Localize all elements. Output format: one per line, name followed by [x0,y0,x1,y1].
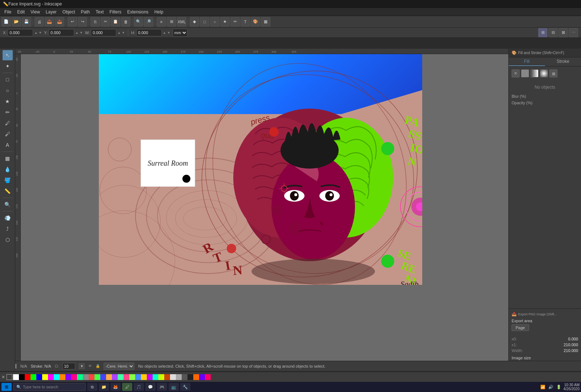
gradient-button[interactable]: ▦ [261,17,270,27]
teal-swatch[interactable] [77,374,83,380]
import-button[interactable]: 📥 [45,17,54,27]
menu-extensions[interactable]: Extensions [124,9,152,15]
sky-swatch[interactable] [135,374,141,380]
node-button[interactable]: ◆ [190,17,199,27]
snap-btn-4[interactable]: ⋯ [569,28,578,37]
shape-btn-linear[interactable] [530,69,538,77]
zoom-tool[interactable]: 🔍 [3,199,13,210]
app-task-4[interactable]: 📺 [169,383,179,391]
amber-swatch[interactable] [141,374,147,380]
cyan-swatch[interactable] [54,374,60,380]
w-input[interactable] [91,29,116,36]
circle-tool[interactable]: ○ [3,85,13,96]
circle-button[interactable]: ○ [210,17,219,27]
xml-button[interactable]: XML [177,17,186,27]
snap-btn-1[interactable]: ⊞ [538,28,548,37]
tray-battery[interactable]: 🔋 [556,385,562,389]
opacity-down[interactable]: ▼ [79,363,85,369]
brown-swatch[interactable] [164,374,170,380]
menu-filters[interactable]: Filters [106,9,124,15]
transform-button[interactable]: ⊞ [167,17,176,27]
calligraphy-tool[interactable]: 🖋 [3,129,13,139]
menu-text[interactable]: Text [93,9,106,15]
light-blue-swatch[interactable] [100,374,106,380]
star-button[interactable]: ★ [220,17,230,27]
file-explorer-task[interactable]: 📁 [99,383,109,391]
light-green-swatch[interactable] [94,374,100,380]
black-swatch[interactable] [19,374,25,380]
transparent-swatch[interactable] [7,374,12,380]
taskview-button[interactable]: ⧉ [87,383,97,391]
lock-icon[interactable]: 🔒 [96,364,100,368]
system-clock[interactable]: 10:30 AM 4/26/2020 [564,383,580,391]
copy-button[interactable]: ⎘ [90,17,100,27]
dropper-tool[interactable]: 💧 [3,164,13,174]
delete-button[interactable]: 🗑 [121,17,130,27]
w-up-arrow[interactable]: ▲ [117,31,121,35]
snap-btn-3[interactable]: ⊠ [558,28,568,37]
light-gray-swatch[interactable] [170,374,176,380]
app-task-2[interactable]: 💬 [145,383,156,391]
yellow-green-swatch[interactable] [158,374,164,380]
shape-btn-pattern[interactable]: ▦ [549,69,557,77]
export-button[interactable]: 📤 [55,17,64,27]
select-tool[interactable]: ↖ [3,50,13,60]
zoom-in-button[interactable]: 🔍 [134,17,143,27]
cut-button[interactable]: ✂ [101,17,110,27]
light-red-swatch[interactable] [89,374,94,380]
yellow-swatch[interactable] [42,374,48,380]
canvas-area[interactable]: Surreal Room [21,54,508,370]
paint-bucket[interactable]: 🪣 [3,175,13,185]
print-button[interactable]: 🖨 [35,17,44,27]
menu-layer[interactable]: Layer [43,9,60,15]
menu-edit[interactable]: Edit [14,9,28,15]
rect-button[interactable]: □ [200,17,209,27]
snap-btn-2[interactable]: ⊟ [548,28,558,37]
page-button[interactable]: Page [512,324,529,331]
paste-button[interactable]: 📋 [111,17,120,27]
app-task-1[interactable]: 🎵 [134,383,144,391]
tray-network[interactable]: 📶 [540,385,546,389]
menu-help[interactable]: Help [152,9,166,15]
near-black-swatch[interactable] [187,374,193,380]
save-button[interactable]: 💾 [22,17,31,27]
bezier-tool[interactable]: 🖊 [3,118,13,128]
orange-swatch[interactable] [60,374,65,380]
x-up-arrow[interactable]: ▲ [34,31,37,35]
fill-button[interactable]: 🎨 [251,17,260,27]
gray-swatch[interactable] [83,374,89,380]
gold-swatch[interactable] [106,374,112,380]
star-tool[interactable]: ★ [3,96,13,106]
node-tool[interactable]: ✦ [3,61,13,71]
violet-swatch[interactable] [112,374,118,380]
y-down-arrow[interactable]: ▼ [80,31,83,35]
inkscape-task[interactable]: 🖊 [122,383,132,391]
mode-select[interactable]: -Cere. Hemi. [104,363,134,370]
magenta-swatch[interactable] [48,374,54,380]
3d-box-tool[interactable]: ⬡ [3,235,13,245]
h-up-arrow[interactable]: ▲ [163,31,166,35]
electric-purple-swatch[interactable] [147,374,153,380]
unit-select[interactable]: mmpxcmin [173,29,187,37]
menu-view[interactable]: View [28,9,43,15]
eye-icon[interactable]: 👁 [88,364,92,368]
hot-pink-swatch[interactable] [205,374,211,380]
blue-swatch[interactable] [36,374,42,380]
palette-close[interactable]: ✕ [1,375,5,380]
pink-swatch[interactable] [71,374,77,380]
h-input[interactable] [136,29,162,36]
gradient-tool[interactable]: ▦ [3,153,13,163]
shape-btn-radial[interactable] [540,69,548,77]
white-swatch[interactable] [13,374,19,380]
rect-tool[interactable]: □ [3,74,13,85]
start-button[interactable]: ⊞ [1,383,12,391]
y-input[interactable] [49,29,74,36]
connector-tool[interactable]: ⤴ [3,224,13,234]
h-down-arrow[interactable]: ▼ [167,31,170,35]
text-button[interactable]: T [241,17,250,27]
new-button[interactable]: 📄 [1,17,11,27]
x-input[interactable] [8,29,33,36]
app-task-5[interactable]: 🔧 [180,383,190,391]
menu-path[interactable]: Path [78,9,93,15]
indigo-swatch[interactable] [199,374,205,380]
